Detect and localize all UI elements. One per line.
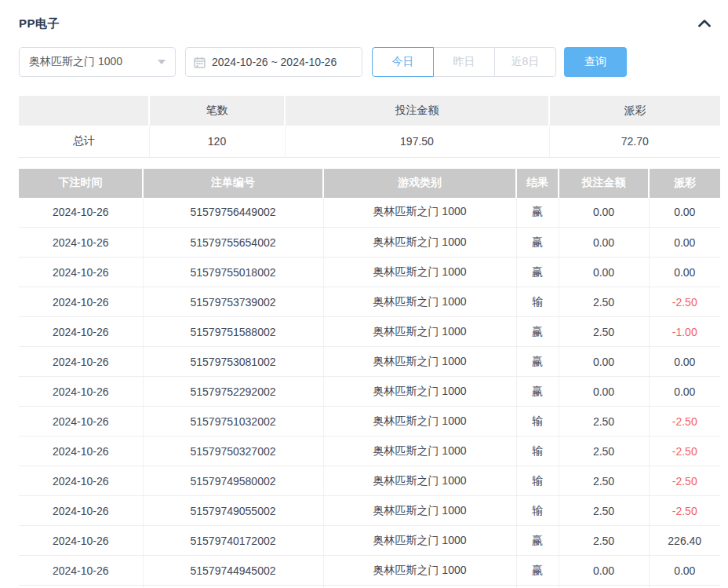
calendar-icon xyxy=(194,57,206,68)
table-cell: 0.00 xyxy=(649,556,720,586)
table-row: 2024-10-2651579755654002奥林匹斯之门 1000赢0.00… xyxy=(19,228,720,257)
table-cell: 2024-10-26 xyxy=(19,317,143,347)
table-cell: 51579740172002 xyxy=(143,526,323,556)
table-cell: 2.50 xyxy=(559,317,649,347)
table-cell: 赢 xyxy=(516,228,559,257)
table-cell: 奥林匹斯之门 1000 xyxy=(323,198,516,228)
date-range-input[interactable]: 2024-10-26 ~ 2024-10-26 xyxy=(185,47,362,77)
table-cell: 2024-10-26 xyxy=(19,377,143,407)
summary-total-payout: 72.70 xyxy=(549,126,720,157)
table-cell: 奥林匹斯之门 1000 xyxy=(323,526,516,556)
table-cell: 51579750327002 xyxy=(143,436,323,466)
table-cell: 51579751032002 xyxy=(143,407,323,436)
table-cell: 奥林匹斯之门 1000 xyxy=(323,436,516,466)
caret-down-icon xyxy=(158,60,166,64)
table-cell: 输 xyxy=(516,407,559,436)
table-cell: 奥林匹斯之门 1000 xyxy=(323,377,516,407)
records-tbody: 2024-10-2651579756449002奥林匹斯之门 1000赢0.00… xyxy=(19,198,720,588)
table-row: 2024-10-2651579751588002奥林匹斯之门 1000赢2.50… xyxy=(19,317,720,347)
collapse-button[interactable] xyxy=(695,16,714,31)
table-row: 2024-10-2651579756449002奥林匹斯之门 1000赢0.00… xyxy=(19,198,720,228)
table-cell: 2024-10-26 xyxy=(19,198,143,228)
yesterday-button[interactable]: 昨日 xyxy=(433,47,495,77)
table-cell: 2024-10-26 xyxy=(19,347,143,377)
table-cell: 51579752292002 xyxy=(143,377,323,407)
table-cell: 奥林匹斯之门 1000 xyxy=(323,228,516,257)
table-cell: 输 xyxy=(516,496,559,526)
table-cell: 51579749055002 xyxy=(143,496,323,526)
table-row: 2024-10-2651579749580002奥林匹斯之门 1000输2.50… xyxy=(19,466,720,496)
records-header-bet-id: 注单编号 xyxy=(143,169,323,198)
table-cell: 0.00 xyxy=(649,257,720,287)
game-select[interactable]: 奥林匹斯之门 1000 xyxy=(19,47,176,77)
last-8-days-button[interactable]: 近8日 xyxy=(494,47,556,77)
table-cell: 51579755654002 xyxy=(143,228,323,257)
table-cell: 2024-10-26 xyxy=(19,407,143,436)
table-cell: 2024-10-26 xyxy=(19,287,143,317)
table-row: 2024-10-2651579753081002奥林匹斯之门 1000赢0.00… xyxy=(19,347,720,377)
table-row: 2024-10-2651579750327002奥林匹斯之门 1000输2.50… xyxy=(19,436,720,466)
summary-total-bet-amount: 197.50 xyxy=(285,126,549,157)
query-button[interactable]: 查询 xyxy=(564,47,627,77)
quick-date-button-group: 今日 昨日 近8日 xyxy=(372,47,556,77)
table-cell: -1.00 xyxy=(649,317,720,347)
table-row-partial xyxy=(19,586,720,588)
table-cell: 奥林匹斯之门 1000 xyxy=(323,347,516,377)
table-cell: 2.50 xyxy=(559,526,649,556)
table-cell: 输 xyxy=(516,436,559,466)
table-cell: 0.00 xyxy=(559,377,649,407)
game-select-value: 奥林匹斯之门 1000 xyxy=(29,55,122,69)
table-row: 2024-10-2651579753739002奥林匹斯之门 1000输2.50… xyxy=(19,287,720,317)
records-header-bet-time: 下注时间 xyxy=(19,169,143,198)
summary-header-payout: 派彩 xyxy=(549,96,720,126)
table-cell: 51579749580002 xyxy=(143,466,323,496)
table-cell: 2024-10-26 xyxy=(19,466,143,496)
table-cell: 51579751588002 xyxy=(143,317,323,347)
table-row: 2024-10-2651579752292002奥林匹斯之门 1000赢0.00… xyxy=(19,377,720,407)
today-button[interactable]: 今日 xyxy=(372,47,434,77)
records-header-row: 下注时间 注单编号 游戏类别 结果 投注金额 派彩 xyxy=(19,169,720,198)
panel-header: PP电子 xyxy=(19,14,720,33)
table-cell: 0.00 xyxy=(559,198,649,228)
table-cell: 226.40 xyxy=(649,526,720,556)
summary-header-bet-amount: 投注金额 xyxy=(285,96,549,126)
table-cell: 奥林匹斯之门 1000 xyxy=(323,287,516,317)
table-cell: 2024-10-26 xyxy=(19,526,143,556)
records-table: 下注时间 注单编号 游戏类别 结果 投注金额 派彩 2024-10-265157… xyxy=(19,169,720,588)
table-cell: 2024-10-26 xyxy=(19,436,143,466)
table-cell: 奥林匹斯之门 1000 xyxy=(323,466,516,496)
table-cell: 2.50 xyxy=(559,407,649,436)
table-cell: 0.00 xyxy=(559,228,649,257)
table-row: 2024-10-2651579740172002奥林匹斯之门 1000赢2.50… xyxy=(19,526,720,556)
table-cell xyxy=(559,586,649,588)
table-cell: 赢 xyxy=(516,347,559,377)
table-cell: 赢 xyxy=(516,556,559,586)
table-cell: 0.00 xyxy=(649,347,720,377)
table-cell: 51579753739002 xyxy=(143,287,323,317)
table-cell: 赢 xyxy=(516,317,559,347)
table-row: 2024-10-2651579749055002奥林匹斯之门 1000输2.50… xyxy=(19,496,720,526)
table-cell: -2.50 xyxy=(649,496,720,526)
table-cell: 奥林匹斯之门 1000 xyxy=(323,257,516,287)
table-cell: 2.50 xyxy=(559,436,649,466)
table-cell: -2.50 xyxy=(649,466,720,496)
filter-bar: 奥林匹斯之门 1000 2024-10-26 ~ 2024-10-26 今日 xyxy=(19,47,720,77)
summary-table: 笔数 投注金额 派彩 总计 120 197.50 72.70 xyxy=(19,96,720,158)
summary-total-label: 总计 xyxy=(19,126,149,157)
table-row: 2024-10-2651579755018002奥林匹斯之门 1000赢0.00… xyxy=(19,257,720,287)
table-cell xyxy=(143,586,323,588)
table-cell: 51579744945002 xyxy=(143,556,323,586)
table-cell xyxy=(323,586,516,588)
table-cell: 奥林匹斯之门 1000 xyxy=(323,496,516,526)
table-cell: 奥林匹斯之门 1000 xyxy=(323,556,516,586)
panel-title: PP电子 xyxy=(19,16,60,31)
table-cell: 输 xyxy=(516,287,559,317)
table-cell: 赢 xyxy=(516,526,559,556)
table-cell: 奥林匹斯之门 1000 xyxy=(323,317,516,347)
table-cell: 2024-10-26 xyxy=(19,257,143,287)
table-cell: 0.00 xyxy=(559,556,649,586)
records-header-game-category: 游戏类别 xyxy=(323,169,516,198)
records-header-bet-amount: 投注金额 xyxy=(559,169,649,198)
summary-header-blank xyxy=(19,96,149,126)
table-cell: 赢 xyxy=(516,257,559,287)
